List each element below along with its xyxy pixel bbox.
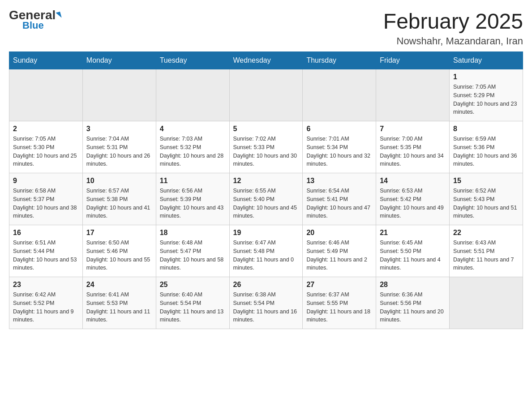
sunset-text: Sunset: 5:55 PM bbox=[306, 300, 348, 306]
calendar-day-cell: 8 Sunrise: 6:59 AM Sunset: 5:36 PM Dayli… bbox=[450, 121, 523, 173]
calendar-week-row: 16 Sunrise: 6:51 AM Sunset: 5:44 PM Dayl… bbox=[9, 225, 523, 277]
sunset-text: Sunset: 5:54 PM bbox=[233, 300, 275, 306]
sunset-text: Sunset: 5:51 PM bbox=[453, 248, 494, 254]
sunset-text: Sunset: 5:38 PM bbox=[86, 196, 128, 202]
calendar-day-cell bbox=[82, 69, 156, 121]
daylight-text: Daylight: 11 hours and 18 minutes. bbox=[306, 308, 370, 323]
calendar-day-cell: 24 Sunrise: 6:41 AM Sunset: 5:53 PM Dayl… bbox=[82, 277, 156, 329]
sunrise-text: Sunrise: 7:00 AM bbox=[380, 136, 422, 142]
daylight-text: Daylight: 10 hours and 38 minutes. bbox=[13, 205, 77, 219]
sunrise-text: Sunrise: 6:47 AM bbox=[233, 240, 276, 246]
sunrise-text: Sunrise: 6:46 AM bbox=[306, 240, 349, 246]
sunrise-text: Sunrise: 6:51 AM bbox=[13, 240, 56, 246]
calendar-day-cell bbox=[229, 69, 303, 121]
sunrise-text: Sunrise: 7:04 AM bbox=[86, 136, 129, 142]
daylight-text: Daylight: 10 hours and 53 minutes. bbox=[13, 257, 77, 271]
calendar-day-cell: 16 Sunrise: 6:51 AM Sunset: 5:44 PM Dayl… bbox=[9, 225, 83, 277]
day-number: 13 bbox=[306, 177, 372, 185]
calendar-day-cell: 23 Sunrise: 6:42 AM Sunset: 5:52 PM Dayl… bbox=[9, 277, 83, 329]
calendar-day-cell: 19 Sunrise: 6:47 AM Sunset: 5:48 PM Dayl… bbox=[229, 225, 303, 277]
day-info: Sunrise: 6:55 AM Sunset: 5:40 PM Dayligh… bbox=[233, 187, 299, 220]
day-of-week-header: Wednesday bbox=[229, 52, 303, 69]
day-number: 28 bbox=[380, 281, 446, 289]
sunset-text: Sunset: 5:31 PM bbox=[86, 144, 128, 150]
day-info: Sunrise: 6:38 AM Sunset: 5:54 PM Dayligh… bbox=[233, 291, 299, 324]
daylight-text: Daylight: 10 hours and 28 minutes. bbox=[160, 153, 223, 167]
day-number: 4 bbox=[160, 125, 226, 133]
day-info: Sunrise: 7:04 AM Sunset: 5:31 PM Dayligh… bbox=[86, 135, 152, 168]
calendar-day-cell bbox=[9, 69, 83, 121]
day-number: 1 bbox=[453, 73, 519, 81]
sunrise-text: Sunrise: 7:05 AM bbox=[453, 84, 496, 90]
day-of-week-header: Monday bbox=[82, 52, 156, 69]
day-info: Sunrise: 6:46 AM Sunset: 5:49 PM Dayligh… bbox=[306, 239, 372, 272]
day-number: 9 bbox=[13, 177, 79, 185]
daylight-text: Daylight: 10 hours and 49 minutes. bbox=[380, 205, 443, 219]
day-of-week-header: Friday bbox=[376, 52, 450, 69]
calendar-day-cell bbox=[303, 69, 376, 121]
calendar-header: SundayMondayTuesdayWednesdayThursdayFrid… bbox=[9, 52, 523, 69]
calendar-title: February 2025 bbox=[383, 9, 523, 34]
calendar-day-cell: 10 Sunrise: 6:57 AM Sunset: 5:38 PM Dayl… bbox=[82, 173, 156, 225]
day-number: 24 bbox=[86, 281, 152, 289]
sunset-text: Sunset: 5:40 PM bbox=[233, 196, 275, 202]
calendar-day-cell bbox=[156, 69, 229, 121]
day-of-week-header: Sunday bbox=[9, 52, 83, 69]
calendar-day-cell: 18 Sunrise: 6:48 AM Sunset: 5:47 PM Dayl… bbox=[156, 225, 229, 277]
sunset-text: Sunset: 5:49 PM bbox=[306, 248, 348, 254]
calendar-day-cell: 5 Sunrise: 7:02 AM Sunset: 5:33 PM Dayli… bbox=[229, 121, 303, 173]
day-number: 19 bbox=[233, 229, 299, 237]
sunset-text: Sunset: 5:36 PM bbox=[453, 144, 494, 150]
day-info: Sunrise: 6:37 AM Sunset: 5:55 PM Dayligh… bbox=[306, 291, 372, 324]
sunset-text: Sunset: 5:30 PM bbox=[13, 144, 54, 150]
sunrise-text: Sunrise: 6:57 AM bbox=[86, 188, 129, 194]
daylight-text: Daylight: 11 hours and 0 minutes. bbox=[233, 257, 294, 271]
day-number: 16 bbox=[13, 229, 79, 237]
day-of-week-header: Saturday bbox=[450, 52, 523, 69]
day-info: Sunrise: 6:47 AM Sunset: 5:48 PM Dayligh… bbox=[233, 239, 299, 272]
daylight-text: Daylight: 10 hours and 55 minutes. bbox=[86, 257, 150, 271]
calendar-body: 1 Sunrise: 7:05 AM Sunset: 5:29 PM Dayli… bbox=[9, 69, 523, 329]
daylight-text: Daylight: 11 hours and 16 minutes. bbox=[233, 308, 297, 323]
calendar-day-cell: 7 Sunrise: 7:00 AM Sunset: 5:35 PM Dayli… bbox=[376, 121, 450, 173]
day-info: Sunrise: 6:53 AM Sunset: 5:42 PM Dayligh… bbox=[380, 187, 446, 220]
calendar-day-cell: 2 Sunrise: 7:05 AM Sunset: 5:30 PM Dayli… bbox=[9, 121, 83, 173]
day-info: Sunrise: 7:02 AM Sunset: 5:33 PM Dayligh… bbox=[233, 135, 299, 168]
daylight-text: Daylight: 11 hours and 9 minutes. bbox=[13, 308, 74, 323]
sunset-text: Sunset: 5:41 PM bbox=[306, 196, 348, 202]
sunset-text: Sunset: 5:46 PM bbox=[86, 248, 128, 254]
sunrise-text: Sunrise: 6:38 AM bbox=[233, 291, 276, 298]
calendar-day-cell: 20 Sunrise: 6:46 AM Sunset: 5:49 PM Dayl… bbox=[303, 225, 376, 277]
day-of-week-header: Tuesday bbox=[156, 52, 229, 69]
calendar-week-row: 1 Sunrise: 7:05 AM Sunset: 5:29 PM Dayli… bbox=[9, 69, 523, 121]
sunset-text: Sunset: 5:48 PM bbox=[233, 248, 275, 254]
sunrise-text: Sunrise: 6:40 AM bbox=[160, 291, 202, 298]
calendar-day-cell: 28 Sunrise: 6:36 AM Sunset: 5:56 PM Dayl… bbox=[376, 277, 450, 329]
day-number: 8 bbox=[453, 125, 519, 133]
calendar-day-cell: 13 Sunrise: 6:54 AM Sunset: 5:41 PM Dayl… bbox=[303, 173, 376, 225]
daylight-text: Daylight: 11 hours and 4 minutes. bbox=[380, 257, 441, 271]
sunrise-text: Sunrise: 6:36 AM bbox=[380, 291, 422, 298]
calendar-day-cell: 12 Sunrise: 6:55 AM Sunset: 5:40 PM Dayl… bbox=[229, 173, 303, 225]
day-info: Sunrise: 6:54 AM Sunset: 5:41 PM Dayligh… bbox=[306, 187, 372, 220]
day-info: Sunrise: 6:57 AM Sunset: 5:38 PM Dayligh… bbox=[86, 187, 152, 220]
daylight-text: Daylight: 11 hours and 20 minutes. bbox=[380, 308, 443, 323]
day-info: Sunrise: 6:58 AM Sunset: 5:37 PM Dayligh… bbox=[13, 187, 79, 220]
sunrise-text: Sunrise: 6:58 AM bbox=[13, 188, 56, 194]
calendar-day-cell: 11 Sunrise: 6:56 AM Sunset: 5:39 PM Dayl… bbox=[156, 173, 229, 225]
day-info: Sunrise: 7:05 AM Sunset: 5:29 PM Dayligh… bbox=[453, 83, 519, 116]
sunrise-text: Sunrise: 6:50 AM bbox=[86, 240, 129, 246]
calendar-day-cell: 17 Sunrise: 6:50 AM Sunset: 5:46 PM Dayl… bbox=[82, 225, 156, 277]
calendar-day-cell bbox=[450, 277, 523, 329]
day-info: Sunrise: 6:56 AM Sunset: 5:39 PM Dayligh… bbox=[160, 187, 226, 220]
calendar-day-cell: 1 Sunrise: 7:05 AM Sunset: 5:29 PM Dayli… bbox=[450, 69, 523, 121]
day-info: Sunrise: 7:01 AM Sunset: 5:34 PM Dayligh… bbox=[306, 135, 372, 168]
title-area: February 2025 Nowshahr, Mazandaran, Iran bbox=[383, 9, 523, 47]
daylight-text: Daylight: 10 hours and 51 minutes. bbox=[453, 205, 517, 219]
sunset-text: Sunset: 5:33 PM bbox=[233, 144, 275, 150]
sunset-text: Sunset: 5:44 PM bbox=[13, 248, 54, 254]
logo: General Blue bbox=[9, 9, 61, 31]
calendar-day-cell: 15 Sunrise: 6:52 AM Sunset: 5:43 PM Dayl… bbox=[450, 173, 523, 225]
sunrise-text: Sunrise: 6:52 AM bbox=[453, 188, 496, 194]
day-number: 5 bbox=[233, 125, 299, 133]
